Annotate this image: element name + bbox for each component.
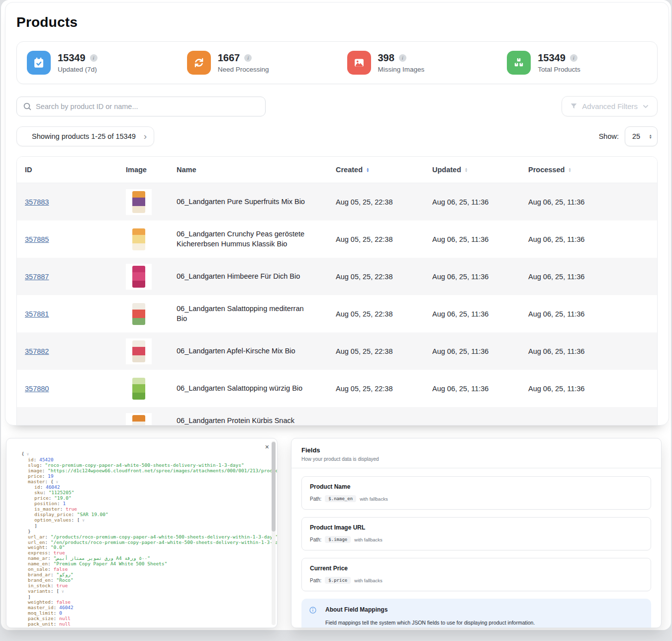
table-row[interactable]: 357885 06_Landgarten Crunchy Peas geröst… bbox=[17, 220, 657, 258]
stat-total-products-value: 15349 bbox=[538, 52, 566, 64]
info-icon[interactable]: i bbox=[570, 54, 577, 62]
product-name: 06_Landgarten Crunchy Peas geröstete Kic… bbox=[177, 229, 336, 248]
cell-updated: Aug 06, 25, 11:36 bbox=[432, 310, 528, 318]
field-card-product-name: Product Name Path: $.name_en with fallba… bbox=[301, 476, 651, 510]
product-thumbnail bbox=[126, 264, 152, 290]
cell-updated: Aug 06, 25, 11:36 bbox=[432, 273, 528, 281]
about-field-mappings-body: Field mappings tell the system which JSO… bbox=[325, 620, 642, 626]
column-header-id[interactable]: ID bbox=[17, 166, 126, 174]
fields-panel: Fields How your product data is displaye… bbox=[291, 438, 662, 628]
stat-missing-images-value: 398 bbox=[378, 52, 394, 64]
close-icon[interactable]: × bbox=[265, 443, 269, 450]
cell-processed: Aug 06, 25, 11:36 bbox=[528, 198, 657, 206]
fields-subtitle: How your product data is displayed bbox=[301, 456, 651, 462]
calendar-check-icon bbox=[27, 51, 51, 75]
column-header-created[interactable]: Created ▲▼ bbox=[336, 166, 432, 174]
cell-created: Aug 05, 25, 22:38 bbox=[336, 310, 432, 318]
page-size-select[interactable]: 25 ▲▼ bbox=[625, 126, 658, 146]
showing-products-label: Showing products 1-25 of 15349 bbox=[32, 132, 136, 140]
product-image bbox=[132, 266, 145, 288]
stat-total-products-label: Total Products bbox=[538, 66, 580, 73]
sort-icon: ▲▼ bbox=[465, 167, 468, 173]
product-thumbnail bbox=[126, 301, 152, 327]
product-name: 06_Landgarten Protein Kürbis Snack würzi… bbox=[177, 416, 336, 426]
app-window: Products 15349i Updated (7d) 1667i Need … bbox=[1, 0, 671, 630]
scrollbar-thumb[interactable] bbox=[272, 442, 276, 532]
row-id-link[interactable]: 357887 bbox=[25, 273, 49, 281]
product-thumbnail bbox=[126, 413, 152, 426]
product-image bbox=[132, 378, 145, 400]
json-content[interactable]: { ∨id: 45420slug: "roco-premium-copy-pap… bbox=[16, 451, 268, 627]
stat-need-processing: 1667i Need Processing bbox=[177, 51, 337, 75]
product-image bbox=[132, 340, 145, 362]
cell-updated: Aug 06, 25, 11:36 bbox=[432, 385, 528, 393]
row-id-link[interactable]: 357883 bbox=[25, 198, 49, 206]
info-circle-icon bbox=[309, 607, 316, 616]
info-icon[interactable]: i bbox=[244, 54, 252, 62]
info-icon[interactable]: i bbox=[399, 54, 406, 62]
field-card-current-price: Current Price Path: $.price with fallbac… bbox=[301, 558, 651, 591]
advanced-filters-label: Advanced Filters bbox=[582, 102, 638, 110]
cell-created: Aug 05, 25, 22:38 bbox=[336, 235, 432, 243]
page-title: Products bbox=[16, 14, 658, 30]
row-id-link[interactable]: 357882 bbox=[25, 347, 49, 355]
product-image bbox=[132, 303, 145, 325]
product-name: 06_Landgarten Salattopping mediterran Bi… bbox=[177, 304, 336, 323]
search-box bbox=[16, 97, 266, 116]
product-name: 06_Landgarten Himbeere Für Dich Bio bbox=[177, 272, 336, 281]
cell-updated: Aug 06, 25, 11:36 bbox=[432, 198, 528, 206]
advanced-filters-button[interactable]: Advanced Filters bbox=[562, 96, 658, 116]
show-label: Show: bbox=[599, 132, 619, 140]
table-row[interactable]: 06_Landgarten Protein Kürbis Snack würzi… bbox=[17, 407, 657, 426]
chevron-down-icon bbox=[642, 103, 649, 110]
fallbacks-label: with fallbacks bbox=[360, 496, 388, 502]
column-header-updated[interactable]: Updated ▲▼ bbox=[432, 166, 528, 174]
product-thumbnail bbox=[126, 189, 152, 215]
stat-need-processing-label: Need Processing bbox=[218, 66, 269, 73]
refresh-icon bbox=[187, 51, 211, 75]
product-name: 06_Landgarten Apfel-Kirsche Mix Bio bbox=[177, 346, 336, 356]
table-row[interactable]: 357882 06_Landgarten Apfel-Kirsche Mix B… bbox=[17, 332, 657, 370]
product-name: 06_Landgarten Salattopping würzig Bio bbox=[177, 384, 336, 393]
stepper-icon: ▲▼ bbox=[649, 134, 652, 139]
cell-processed: Aug 06, 25, 11:36 bbox=[528, 347, 657, 355]
products-table: ID Image Name Created ▲▼ Updated ▲▼ Proc… bbox=[16, 156, 658, 426]
products-panel: Products 15349i Updated (7d) 1667i Need … bbox=[5, 2, 669, 426]
row-id-link[interactable]: 357881 bbox=[25, 310, 49, 318]
funnel-icon bbox=[570, 103, 577, 110]
cell-updated: Aug 06, 25, 11:36 bbox=[432, 235, 528, 243]
column-header-name[interactable]: Name bbox=[177, 166, 336, 174]
product-image bbox=[132, 191, 145, 213]
table-row[interactable]: 357887 06_Landgarten Himbeere Für Dich B… bbox=[17, 258, 657, 295]
sort-icon: ▲▼ bbox=[366, 167, 369, 173]
info-icon[interactable]: i bbox=[90, 54, 97, 62]
column-header-image[interactable]: Image bbox=[126, 166, 177, 174]
cell-processed: Aug 06, 25, 11:36 bbox=[528, 273, 657, 281]
cell-processed: Aug 06, 25, 11:36 bbox=[528, 310, 657, 318]
about-field-mappings-box: About Field Mappings Field mappings tell… bbox=[301, 599, 651, 628]
row-id-link[interactable]: 357880 bbox=[25, 385, 49, 393]
table-row[interactable]: 357881 06_Landgarten Salattopping medite… bbox=[17, 295, 657, 332]
json-viewer-panel: × { ∨id: 45420slug: "roco-premium-copy-p… bbox=[6, 438, 278, 628]
product-image bbox=[132, 415, 145, 426]
product-thumbnail bbox=[126, 376, 152, 402]
stat-updated-label: Updated (7d) bbox=[58, 66, 97, 73]
about-field-mappings-title: About Field Mappings bbox=[325, 606, 642, 613]
fallbacks-label: with fallbacks bbox=[354, 537, 383, 542]
row-id-link[interactable]: 357885 bbox=[25, 235, 49, 243]
showing-products-button[interactable]: Showing products 1-25 of 15349 › bbox=[16, 126, 154, 146]
fallbacks-label: with fallbacks bbox=[354, 578, 383, 583]
path-label: Path: bbox=[310, 496, 321, 502]
path-label: Path: bbox=[310, 578, 321, 583]
search-input[interactable] bbox=[36, 103, 259, 110]
product-thumbnail bbox=[126, 338, 152, 364]
table-row[interactable]: 357883 06_Landgarten Pure Superfruits Mi… bbox=[17, 183, 657, 220]
sort-icon: ▲▼ bbox=[568, 167, 571, 173]
stat-updated: 15349i Updated (7d) bbox=[17, 51, 177, 75]
field-card-product-image-url: Product Image URL Path: $.image with fal… bbox=[301, 517, 651, 550]
cell-created: Aug 05, 25, 22:38 bbox=[336, 273, 432, 281]
table-row[interactable]: 357880 06_Landgarten Salattopping würzig… bbox=[17, 370, 657, 407]
table-header: ID Image Name Created ▲▼ Updated ▲▼ Proc… bbox=[17, 157, 657, 183]
product-image bbox=[132, 228, 145, 250]
column-header-processed[interactable]: Processed ▲▼ bbox=[528, 166, 657, 174]
